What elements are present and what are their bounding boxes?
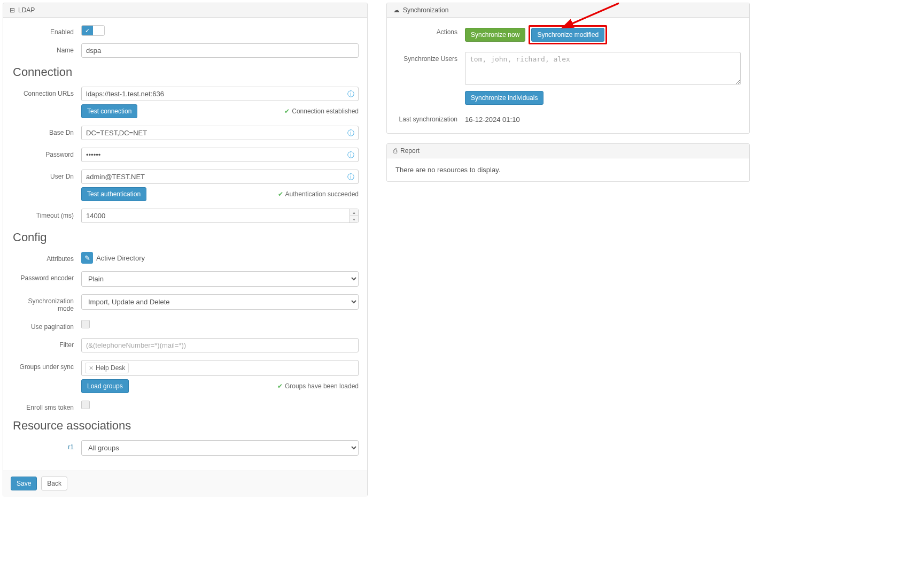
chevron-down-icon[interactable]: ▼: [350, 216, 358, 222]
enabled-toggle[interactable]: ✓: [81, 25, 105, 36]
pencil-icon: ✎: [84, 254, 90, 262]
sync-users-textarea[interactable]: [465, 52, 741, 85]
report-panel-header: ⎙ Report: [387, 144, 749, 158]
use-pagination-checkbox[interactable]: [81, 320, 90, 328]
label-sync-users: Synchronize Users: [395, 52, 465, 63]
label-conn-urls: Connection URLs: [12, 87, 81, 97]
sync-panel: ☁ Synchronization Actions Synchronize no…: [386, 3, 750, 134]
label-last-sync: Last synchronization: [395, 112, 465, 123]
resource-link-r1[interactable]: r1: [68, 443, 74, 451]
last-sync-value: 16-12-2024 01:10: [465, 116, 520, 124]
base-dn-input[interactable]: [81, 126, 359, 140]
remove-tag-icon[interactable]: ✕: [89, 365, 94, 372]
cloud-icon: ☁: [393, 6, 400, 14]
report-empty-msg: There are no resources to display.: [395, 166, 500, 174]
database-icon: ⊟: [10, 6, 15, 14]
label-name: Name: [12, 43, 81, 54]
highlight-annotation: Synchronize modified: [529, 25, 607, 44]
test-auth-button[interactable]: Test authentication: [81, 187, 146, 201]
print-icon: ⎙: [393, 147, 397, 155]
section-config: Config: [13, 231, 359, 244]
groups-sync-input[interactable]: ✕ Help Desk: [81, 360, 359, 376]
label-user-dn: User Dn: [12, 170, 81, 180]
filter-input[interactable]: [81, 338, 359, 352]
check-circle-icon: ✔: [284, 108, 290, 115]
user-dn-input[interactable]: [81, 170, 359, 184]
groups-status: ✔ Groups have been loaded: [277, 382, 359, 390]
sync-individuals-button[interactable]: Synchronize individuals: [465, 91, 543, 105]
report-panel: ⎙ Report There are no resources to displ…: [386, 143, 750, 182]
label-attributes: Attributes: [12, 252, 81, 263]
ldap-title: LDAP: [18, 6, 35, 14]
check-circle-icon: ✔: [277, 382, 283, 390]
back-button[interactable]: Back: [41, 477, 67, 490]
ldap-panel-header: ⊟ LDAP: [3, 3, 367, 18]
chevron-up-icon[interactable]: ▲: [350, 209, 358, 216]
label-pw-encoder: Password encoder: [12, 271, 81, 282]
resource-select[interactable]: All groups: [81, 440, 359, 456]
ldap-footer: Save Back: [3, 471, 367, 496]
section-resource-assoc: Resource associations: [13, 419, 359, 433]
check-circle-icon: ✔: [278, 190, 283, 198]
label-base-dn: Base Dn: [12, 126, 81, 136]
test-connection-button[interactable]: Test connection: [81, 104, 137, 118]
connection-status: ✔ Connection established: [284, 108, 359, 115]
section-connection: Connection: [13, 65, 359, 79]
sync-panel-header: ☁ Synchronization: [387, 3, 749, 18]
sync-modified-button[interactable]: Synchronize modified: [531, 28, 604, 42]
sync-title: Synchronization: [403, 6, 448, 14]
edit-attributes-button[interactable]: ✎: [81, 252, 93, 264]
password-input[interactable]: [81, 148, 359, 162]
save-button[interactable]: Save: [11, 477, 37, 490]
timeout-input[interactable]: [81, 209, 359, 223]
enroll-sms-checkbox[interactable]: [81, 401, 90, 409]
sync-mode-select[interactable]: Import, Update and Delete: [81, 294, 359, 310]
label-sync-mode: Synchronization mode: [12, 294, 81, 312]
pw-encoder-select[interactable]: Plain: [81, 271, 359, 287]
label-filter: Filter: [12, 338, 81, 349]
sync-now-button[interactable]: Synchronize now: [465, 28, 525, 42]
group-tag: ✕ Help Desk: [85, 363, 129, 373]
label-timeout: Timeout (ms): [12, 209, 81, 219]
label-password: Password: [12, 148, 81, 158]
label-actions: Actions: [395, 25, 465, 36]
attributes-value: Active Directory: [96, 254, 145, 262]
name-input[interactable]: [81, 43, 359, 58]
timeout-spinner[interactable]: ▲ ▼: [350, 209, 358, 222]
ldap-panel: ⊟ LDAP Enabled ✓ Name: [3, 3, 368, 496]
check-icon: ✓: [82, 26, 93, 35]
load-groups-button[interactable]: Load groups: [81, 379, 129, 393]
label-enroll-sms: Enroll sms token: [12, 401, 81, 411]
label-groups-sync: Groups under sync: [12, 360, 81, 371]
label-use-pagination: Use pagination: [12, 320, 81, 331]
label-enabled: Enabled: [12, 25, 81, 36]
report-title: Report: [400, 147, 420, 155]
auth-status: ✔ Authentication succeeded: [278, 190, 359, 198]
connection-urls-input[interactable]: [81, 87, 359, 101]
